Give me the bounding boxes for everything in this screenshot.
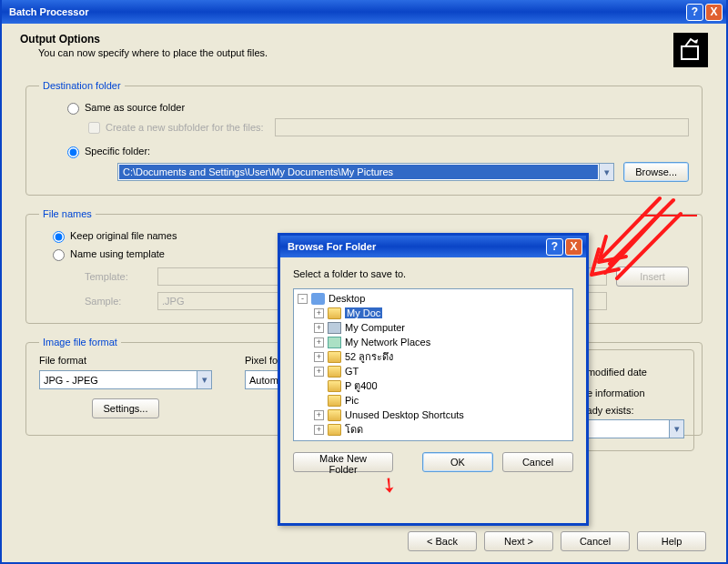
same-folder-radio[interactable] [67, 103, 79, 115]
filenames-legend: File names [39, 208, 96, 219]
tree-item[interactable]: +My Computer [294, 320, 572, 335]
tree-item-label: P ตู400 [345, 378, 378, 394]
template-field-label: Template: [85, 271, 148, 282]
folder-icon [328, 366, 341, 378]
chevron-down-icon[interactable]: ▾ [669, 420, 683, 438]
folder-icon [328, 380, 341, 392]
close-icon[interactable]: X [565, 238, 582, 256]
keep-names-radio[interactable] [53, 231, 65, 243]
expand-icon[interactable]: + [314, 337, 324, 347]
folder-icon [328, 409, 341, 421]
browse-folder-dialog: Browse For Folder ? X Select a folder to… [278, 233, 589, 526]
folder-icon [328, 424, 341, 436]
back-button[interactable]: < Back [408, 531, 477, 551]
image-format-legend: Image file format [39, 337, 121, 347]
tree-item[interactable]: +52 ลูกระดึง [294, 349, 572, 364]
help-icon[interactable]: ? [546, 238, 563, 256]
expand-icon[interactable]: + [314, 410, 324, 420]
desktop-icon [311, 293, 325, 305]
titlebar[interactable]: Batch Processor ? X [2, 0, 726, 24]
subfolder-input [275, 118, 689, 136]
popup-cancel-button[interactable]: Cancel [502, 452, 573, 472]
tree-item-label: My Doc [345, 307, 382, 318]
file-format-value: JPG - JPEG [44, 375, 98, 386]
path-value: C:\Documents and Settings\User\My Docume… [119, 165, 598, 179]
template-label: Name using template [70, 248, 165, 259]
specific-folder-radio[interactable] [67, 146, 79, 158]
sample-field-label: Sample: [85, 296, 148, 307]
popup-title: Browse For Folder [288, 241, 376, 252]
page-subtitle: You can now specify where to place the o… [38, 47, 673, 58]
tree-item[interactable]: P ตู400 [294, 378, 572, 393]
expand-icon[interactable]: - [298, 294, 308, 304]
help-icon[interactable]: ? [686, 4, 703, 21]
next-button[interactable]: Next > [484, 531, 553, 551]
file-format-label: File format [39, 355, 212, 366]
settings-button[interactable]: Settings... [92, 398, 160, 418]
tree-item[interactable]: +GT [294, 364, 572, 378]
folder-icon [328, 395, 341, 407]
tree-item[interactable]: +โดด [294, 422, 572, 437]
file-format-combo[interactable]: JPG - JPEG ▾ [39, 370, 212, 389]
subfolder-label: Create a new subfolder for the files: [106, 122, 264, 133]
cancel-button[interactable]: Cancel [561, 531, 630, 551]
destination-legend: Destination folder [39, 80, 125, 91]
tree-item-label: โดด [345, 421, 363, 438]
wizard-icon [673, 33, 708, 67]
tree-item[interactable]: Pic [294, 393, 572, 408]
popup-instruction: Select a folder to save to. [293, 268, 573, 279]
expand-icon[interactable]: + [314, 352, 324, 362]
specific-folder-label: Specific folder: [85, 146, 150, 156]
expand-icon[interactable]: + [314, 425, 324, 435]
page-title: Output Options [20, 33, 673, 45]
close-icon[interactable]: X [705, 4, 723, 21]
insert-button: Insert [616, 267, 689, 287]
make-new-folder-button[interactable]: Make New Folder [293, 452, 393, 472]
comp-icon [328, 322, 341, 334]
net-icon [328, 337, 341, 348]
window-title: Batch Processor [9, 6, 88, 17]
chevron-down-icon[interactable]: ▾ [197, 371, 211, 388]
keep-names-label: Keep original file names [70, 230, 177, 241]
tree-item-label: Unused Desktop Shortcuts [345, 409, 464, 420]
path-combo[interactable]: C:\Documents and Settings\User\My Docume… [117, 163, 614, 181]
svg-rect-0 [682, 46, 698, 59]
expand-icon[interactable]: + [314, 308, 324, 318]
tree-item-label: My Network Places [345, 337, 430, 347]
folder-icon [328, 307, 341, 319]
tree-item-label: Pic [345, 395, 359, 406]
folder-icon [328, 351, 341, 363]
folder-tree[interactable]: -Desktop+My Doc+My Computer+My Network P… [293, 288, 573, 441]
expand-icon[interactable]: + [314, 367, 324, 377]
annotation-underline [641, 215, 697, 217]
expand-icon[interactable]: + [314, 323, 324, 333]
chevron-down-icon[interactable]: ▾ [599, 164, 613, 180]
tree-item-label: My Computer [345, 322, 405, 333]
tree-item[interactable]: +My Doc [294, 306, 572, 320]
help-button[interactable]: Help [637, 531, 706, 551]
browse-button[interactable]: Browse... [623, 162, 689, 182]
tree-item[interactable]: +Unused Desktop Shortcuts [294, 408, 572, 422]
template-radio[interactable] [53, 249, 65, 261]
tree-item-label: GT [345, 366, 359, 377]
destination-group: Destination folder Same as source folder… [25, 80, 703, 196]
subfolder-checkbox [88, 122, 100, 134]
tree-item-label: Desktop [329, 293, 365, 304]
same-folder-label: Same as source folder [85, 102, 185, 113]
tree-item[interactable]: -Desktop [294, 291, 572, 306]
popup-titlebar[interactable]: Browse For Folder ? X [280, 236, 586, 257]
tree-item-label: 52 ลูกระดึง [345, 348, 393, 365]
ok-button[interactable]: OK [422, 452, 493, 472]
wizard-buttons: < Back Next > Cancel Help [408, 531, 706, 551]
tree-item[interactable]: +My Network Places [294, 335, 572, 349]
